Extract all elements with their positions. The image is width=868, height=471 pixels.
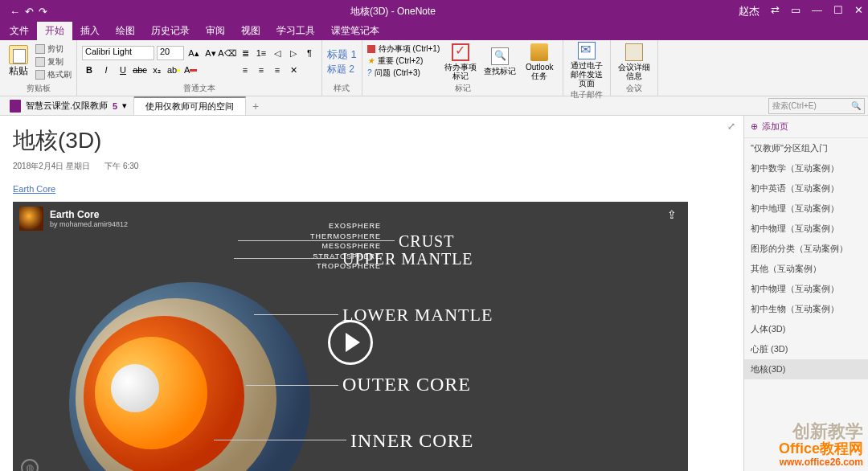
plus-icon: ⊕ [751,121,758,132]
play-button[interactable] [328,320,373,365]
page-canvas[interactable]: ⤢ 地核(3D) 2018年2月4日 星期日 下午 6:30 Earth Cor… [0,116,743,471]
brush-icon [35,70,45,80]
page-list-item[interactable]: 初中物理（互动案例） [744,219,868,239]
group-label: 电子邮件 [568,88,605,100]
search-icon: 🔍 [851,101,861,110]
page-date: 2018年2月4日 星期日 下午 6:30 [13,161,731,172]
page-list-item[interactable]: 心脏 (3D) [744,339,868,359]
format-painter-button[interactable]: 格式刷 [35,69,72,80]
minimize-icon[interactable]: — [812,4,822,18]
subscript-button[interactable]: x₂ [149,63,164,77]
clear-format-button[interactable]: A⌫ [220,46,235,60]
add-section-button[interactable]: + [246,96,265,115]
style-heading1[interactable]: 标题 1 [327,47,357,62]
underline-button[interactable]: U [116,63,130,77]
find-tags-button[interactable]: 查找标记 [481,43,518,80]
notebook-bar: 智慧云课堂.仅限教师 5 ▾ 使用仅教师可用的空间 + 搜索(Ctrl+E) 🔍 [0,96,868,116]
style-heading2[interactable]: 标题 2 [327,63,357,76]
align-right-button[interactable]: ≡ [270,63,285,77]
copy-button[interactable]: 复制 [35,56,72,68]
expand-icon[interactable]: ⤢ [727,121,735,132]
bullets-button[interactable]: ≣ [238,46,252,60]
tab-history[interactable]: 历史记录 [143,22,198,40]
font-size-select[interactable]: 20 [157,46,184,60]
section-tab[interactable]: 使用仅教师可用的空间 [134,96,246,115]
copy-icon [35,57,45,67]
chevron-down-icon: ▾ [122,100,127,111]
tab-review[interactable]: 审阅 [198,22,233,40]
add-page-button[interactable]: ⊕添加页 [744,116,868,138]
ribbon-options-icon[interactable]: ▭ [791,4,800,18]
styles-gallery[interactable]: 标题 1 标题 2 [327,47,357,76]
tags-gallery[interactable]: 待办事项 (Ctrl+1) ★重要 (Ctrl+2) ?问题 (Ctrl+3) [367,43,440,80]
indent-button[interactable]: ▷ [286,46,301,60]
tag-todo[interactable]: 待办事项 (Ctrl+1) [367,43,440,55]
lower-mantle-label: LOWER MANTLE [342,305,493,326]
tab-insert[interactable]: 插入 [72,22,108,40]
undo-icon[interactable]: ↶ [25,6,34,18]
meeting-details-button[interactable]: 会议详细信息 [616,43,653,80]
share-icon[interactable]: ⇪ [667,208,677,221]
back-icon[interactable]: ← [10,6,20,18]
font-color-button[interactable]: A [183,63,198,77]
provider-logo-icon[interactable]: ◍ [21,459,39,471]
sync-icon[interactable]: ⇄ [771,4,780,18]
video-title: Earth Core [50,209,128,220]
tab-view[interactable]: 视图 [233,22,268,40]
page-list-item[interactable]: 初中地理（互动案例） [744,199,868,219]
tab-classnotebook[interactable]: 课堂笔记本 [323,22,387,40]
notebook-name: 智慧云课堂.仅限教师 [26,100,108,112]
group-font: Calibri Light 20 A▴ A▾ A⌫ B I U abc x₂ a… [77,40,322,96]
strike-button[interactable]: abc [133,63,147,77]
user-name[interactable]: 赵杰 [739,4,760,18]
page-list-item[interactable]: 初中数学（互动案例） [744,158,868,178]
paste-button[interactable]: 粘贴 [5,45,32,78]
tab-draw[interactable]: 绘图 [108,22,143,40]
grow-font-button[interactable]: A▴ [186,46,201,60]
page-list-item[interactable]: 人体(3D) [744,319,868,339]
notebook-selector[interactable]: 智慧云课堂.仅限教师 5 ▾ [3,96,134,115]
shrink-font-button[interactable]: A▾ [203,46,218,60]
tag-question[interactable]: ?问题 (Ctrl+3) [367,68,440,79]
search-input[interactable]: 搜索(Ctrl+E) 🔍 [768,98,865,114]
page-list-item[interactable]: 图形的分类（互动案例） [744,239,868,259]
group-email: 通过电子邮件发送页面 电子邮件 [563,40,611,96]
page-list-item[interactable]: 其他（互动案例） [744,259,868,279]
email-page-button[interactable]: 通过电子邮件发送页面 [568,42,605,88]
outdent-button[interactable]: ◁ [270,46,285,60]
alignment-button[interactable]: ¶ [302,46,317,60]
align-left-button[interactable]: ≡ [238,63,252,77]
star-icon: ★ [367,56,375,65]
checkbox-icon [452,43,469,61]
redo-icon[interactable]: ↷ [39,6,47,18]
cut-button[interactable]: 剪切 [35,43,72,55]
tag-important[interactable]: ★重要 (Ctrl+2) [367,55,440,67]
align-center-button[interactable]: ≡ [254,63,268,77]
close-icon[interactable]: ✕ [854,4,863,18]
paste-label: 粘贴 [9,64,28,78]
tab-home[interactable]: 开始 [37,22,72,40]
todo-tag-button[interactable]: 待办事项标记 [442,43,479,80]
page-list-panel: ⊕添加页 "仅教师"分区组入门初中数学（互动案例）初中英语（互动案例）初中地理（… [743,116,868,471]
page-title[interactable]: 地核(3D) [13,125,731,156]
maximize-icon[interactable]: ☐ [833,4,843,18]
page-list-item[interactable]: 地核(3D) [744,359,868,379]
page-list-item[interactable]: 初中英语（互动案例） [744,178,868,199]
page-list-item[interactable]: 初中物理（互动案例） [744,279,868,299]
outlook-tasks-button[interactable]: Outlook 任务 [521,43,558,80]
highlight-button[interactable]: ab [166,63,181,77]
earth-core-link[interactable]: Earth Core [13,184,55,194]
tab-file[interactable]: 文件 [2,22,37,40]
font-name-select[interactable]: Calibri Light [82,46,154,60]
page-list-item[interactable]: 初中生物（互动案例） [744,299,868,319]
numbering-button[interactable]: 1≡ [254,46,268,60]
page-list-item[interactable]: "仅教师"分区组入门 [744,138,868,158]
date-value: 2018年2月4日 星期日 [13,161,90,172]
italic-button[interactable]: I [99,63,113,77]
tab-learning[interactable]: 学习工具 [268,22,323,40]
delete-button[interactable]: ✕ [286,63,301,77]
leader-line [254,314,338,315]
main-area: ⤢ 地核(3D) 2018年2月4日 星期日 下午 6:30 Earth Cor… [0,116,868,471]
video-embed[interactable]: Earth Core by mohamed.amir94812 ⇪ ◍ EXOS… [13,202,688,471]
bold-button[interactable]: B [82,63,96,77]
